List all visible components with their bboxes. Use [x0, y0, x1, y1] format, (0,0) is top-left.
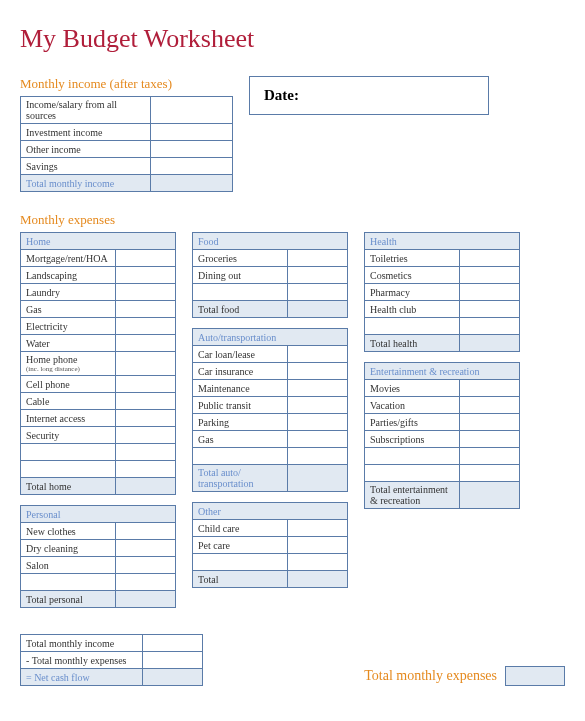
category-header: Auto/transportation	[193, 329, 348, 346]
summary-net-value[interactable]	[143, 669, 203, 686]
row-value[interactable]	[116, 335, 176, 352]
row-value[interactable]	[116, 574, 176, 591]
row-label: Subscriptions	[365, 431, 460, 448]
row-value[interactable]	[288, 397, 348, 414]
summary-income-label: Total monthly income	[21, 635, 143, 652]
row-label: Home phone(inc. long distance)	[21, 352, 116, 376]
row-label	[21, 444, 116, 461]
income-row-value[interactable]	[151, 141, 233, 158]
row-label: Child care	[193, 520, 288, 537]
row-value[interactable]	[288, 537, 348, 554]
category-total-value[interactable]	[288, 301, 348, 318]
grand-total-label: Total monthly expenses	[364, 668, 497, 684]
row-value[interactable]	[116, 557, 176, 574]
income-row-label: Savings	[21, 158, 151, 175]
summary-income-value[interactable]	[143, 635, 203, 652]
row-value[interactable]	[288, 448, 348, 465]
category-header: Personal	[21, 506, 176, 523]
row-label: Cable	[21, 393, 116, 410]
income-total-value[interactable]	[151, 175, 233, 192]
row-value[interactable]	[460, 397, 520, 414]
row-label: Health club	[365, 301, 460, 318]
row-label: Security	[21, 427, 116, 444]
row-value[interactable]	[116, 523, 176, 540]
row-label: Toiletries	[365, 250, 460, 267]
category-total-label: Total home	[21, 478, 116, 495]
row-value[interactable]	[116, 284, 176, 301]
row-value[interactable]	[288, 250, 348, 267]
row-value[interactable]	[288, 284, 348, 301]
other-table: Other Child care Pet care Total	[192, 502, 348, 588]
category-total-value[interactable]	[460, 335, 520, 352]
row-value[interactable]	[116, 427, 176, 444]
row-label: Mortgage/rent/HOA	[21, 250, 116, 267]
row-value[interactable]	[460, 380, 520, 397]
category-total-value[interactable]	[288, 571, 348, 588]
category-total-value[interactable]	[460, 482, 520, 509]
row-label: Dry cleaning	[21, 540, 116, 557]
row-label: Cosmetics	[365, 267, 460, 284]
category-total-label: Total entertainment & recreation	[365, 482, 460, 509]
row-value[interactable]	[460, 301, 520, 318]
row-value[interactable]	[460, 414, 520, 431]
row-value[interactable]	[460, 448, 520, 465]
category-total-value[interactable]	[116, 478, 176, 495]
row-value[interactable]	[116, 376, 176, 393]
category-total-value[interactable]	[116, 591, 176, 608]
row-label: Internet access	[21, 410, 116, 427]
row-label: Dining out	[193, 267, 288, 284]
row-value[interactable]	[288, 346, 348, 363]
income-row-value[interactable]	[151, 97, 233, 124]
row-label: Laundry	[21, 284, 116, 301]
row-value[interactable]	[288, 431, 348, 448]
row-value[interactable]	[460, 318, 520, 335]
row-value[interactable]	[116, 318, 176, 335]
row-value[interactable]	[288, 380, 348, 397]
row-value[interactable]	[116, 267, 176, 284]
row-value[interactable]	[288, 363, 348, 380]
row-value[interactable]	[116, 444, 176, 461]
row-value[interactable]	[288, 267, 348, 284]
row-value[interactable]	[288, 414, 348, 431]
summary-expenses-value[interactable]	[143, 652, 203, 669]
row-value[interactable]	[460, 267, 520, 284]
row-label: Groceries	[193, 250, 288, 267]
auto-table: Auto/transportation Car loan/lease Car i…	[192, 328, 348, 492]
category-header: Home	[21, 233, 176, 250]
row-value[interactable]	[116, 540, 176, 557]
row-label	[21, 461, 116, 478]
row-value[interactable]	[116, 393, 176, 410]
row-label: Maintenance	[193, 380, 288, 397]
income-row-label: Income/salary from all sources	[21, 97, 151, 124]
row-value[interactable]	[460, 465, 520, 482]
row-value[interactable]	[460, 431, 520, 448]
row-value[interactable]	[116, 352, 176, 376]
summary-net-label: = Net cash flow	[21, 669, 143, 686]
health-table: Health Toiletries Cosmetics Pharmacy Hea…	[364, 232, 520, 352]
row-label	[365, 465, 460, 482]
row-value[interactable]	[116, 410, 176, 427]
category-total-label: Total	[193, 571, 288, 588]
grand-total-value[interactable]	[505, 666, 565, 686]
expenses-section-label: Monthly expenses	[20, 212, 565, 228]
income-row-value[interactable]	[151, 124, 233, 141]
row-value[interactable]	[116, 301, 176, 318]
row-label: Landscaping	[21, 267, 116, 284]
row-label: Electricity	[21, 318, 116, 335]
row-value[interactable]	[460, 284, 520, 301]
row-label: Salon	[21, 557, 116, 574]
row-value[interactable]	[116, 461, 176, 478]
row-label: Vacation	[365, 397, 460, 414]
income-row-label: Other income	[21, 141, 151, 158]
income-row-value[interactable]	[151, 158, 233, 175]
category-total-label: Total health	[365, 335, 460, 352]
date-box[interactable]: Date:	[249, 76, 489, 115]
row-label: Movies	[365, 380, 460, 397]
row-value[interactable]	[116, 250, 176, 267]
category-total-label: Total personal	[21, 591, 116, 608]
category-total-value[interactable]	[288, 465, 348, 492]
row-value[interactable]	[288, 554, 348, 571]
row-value[interactable]	[288, 520, 348, 537]
income-total-label: Total monthly income	[21, 175, 151, 192]
row-value[interactable]	[460, 250, 520, 267]
